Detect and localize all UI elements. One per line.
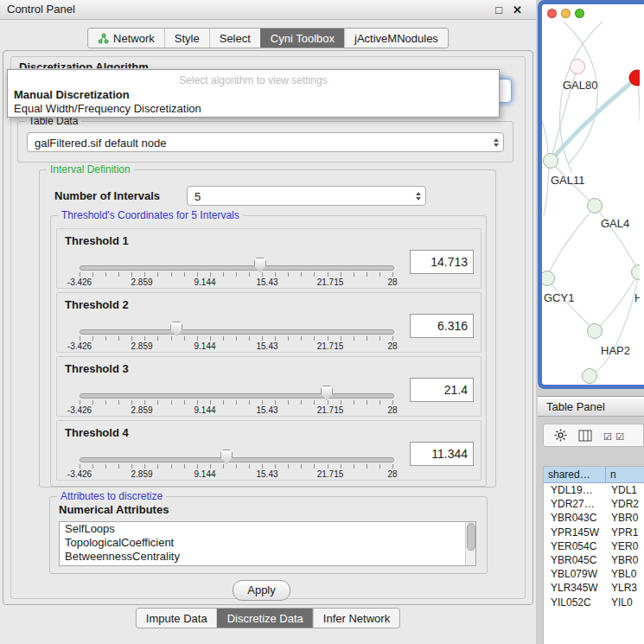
cell-shared-name[interactable]: YDR27… [544,497,606,511]
gear-icon[interactable] [554,429,567,442]
scrollbar-thumb[interactable] [467,523,475,551]
table-row[interactable]: YDL19…YDL1 [544,483,644,497]
bottom-tabstrip: Impute Data Discretize Data Infer Networ… [136,608,400,628]
tick-label: 15.43 [256,277,277,287]
network-canvas[interactable]: GAL80 GAL11 GAL4 GCY1 HAP2 H [542,22,640,385]
table-data-combobox[interactable]: galFiltered.sif default node [27,132,504,152]
list-item-betweennesscentrality[interactable]: BetweennessCentrality [60,550,475,564]
tab-select[interactable]: Select [209,29,260,48]
threshold-1-label: Threshold 1 [65,234,129,247]
tab-impute-data[interactable]: Impute Data [137,609,217,628]
cell-name[interactable]: YDL1 [606,483,644,497]
list-item-topologicalcoefficient[interactable]: TopologicalCoefficient [60,536,475,550]
table-row[interactable]: YER054CYER0 [544,539,644,553]
table-row[interactable]: YBR043CYBR0 [544,511,644,525]
tab-label: Style [175,32,200,45]
cell-name[interactable]: YBR0 [606,553,644,567]
cell-name[interactable]: YER0 [606,539,644,553]
close-icon[interactable]: ✕ [513,3,522,16]
network-node-gal80[interactable] [571,60,585,74]
threshold-1-slider-track[interactable] [80,265,394,271]
attributes-group: Attributes to discretize Numerical Attri… [49,496,488,574]
cell-shared-name[interactable]: YPR145W [544,526,606,539]
tab-discretize-data[interactable]: Discretize Data [217,609,313,628]
threshold-2-label: Threshold 2 [65,298,129,311]
threshold-1-value-field[interactable]: 14.713 [410,250,474,274]
list-scrollbar[interactable] [465,522,475,565]
table-header-row: shared… n [544,467,644,483]
tick-label: 28 [387,341,397,351]
threshold-panel-2: Threshold 2 -3.426 2.859 9.144 15.43 21.… [56,292,481,353]
cell-shared-name[interactable]: YDL19… [544,483,606,497]
table-row[interactable]: YLR345WYLR3 [544,581,644,595]
dropdown-option-equal-width[interactable]: Equal Width/Frequency Discretization [8,102,499,116]
list-item-selfloops[interactable]: SelfLoops [60,522,475,536]
threshold-2-slider-track[interactable] [80,329,394,335]
dropdown-option-manual-discretization[interactable]: Manual Discretization [8,88,499,102]
network-node-partial-bottom[interactable] [583,369,597,384]
tab-label: Select [220,32,251,45]
threshold-3-label: Threshold 3 [65,362,129,375]
table-row[interactable]: YBR045CYBR0 [544,553,644,567]
cell-shared-name[interactable]: YBR045C [544,553,606,567]
cell-shared-name[interactable]: YBR043C [544,511,606,525]
threshold-3-value-field[interactable]: 21.4 [410,378,474,402]
cell-shared-name[interactable]: YIL052C [544,596,606,609]
tab-jactivemnodules[interactable]: jActiveMNodules [344,29,448,48]
close-traffic-light[interactable] [547,9,557,18]
network-node-gcy1[interactable] [542,271,555,286]
table-row[interactable]: YDR27…YDR2 [544,497,644,511]
network-node-gal4[interactable] [588,199,603,214]
tick-label: 2.859 [131,405,152,415]
cell-name[interactable]: YPR1 [606,526,644,539]
threshold-3-slider-track[interactable] [80,393,394,399]
tab-label: Cyni Toolbox [271,32,335,45]
columns-icon[interactable] [578,430,592,442]
minimize-traffic-light[interactable] [561,9,571,18]
tab-style[interactable]: Style [164,29,209,48]
table-row[interactable]: YIL052CYIL0 [544,596,644,609]
tick-label: 28 [387,469,397,479]
threshold-panel-1: Threshold 1 -3.426 2.859 9.144 15.43 21.… [56,228,481,289]
cell-name[interactable]: YDR2 [606,497,644,511]
tab-cyni-toolbox[interactable]: Cyni Toolbox [260,29,344,48]
tab-label: Discretize Data [227,612,303,625]
network-view-window[interactable]: GAL80 GAL11 GAL4 GCY1 HAP2 H [538,0,644,389]
tab-infer-network[interactable]: Infer Network [313,609,399,628]
node-label-hap2: HAP2 [601,344,630,357]
cell-name[interactable]: YIL0 [606,596,644,609]
numerical-attributes-list: SelfLoops TopologicalCoefficient Between… [59,521,476,566]
zoom-traffic-light[interactable] [575,9,584,18]
threshold-4-slider-track[interactable] [80,457,394,462]
threshold-4-value-field[interactable]: 11.344 [410,442,474,466]
cell-shared-name[interactable]: YER054C [544,539,606,553]
tick-label: -3.426 [67,277,92,287]
table-row[interactable]: YPR145WYPR1 [544,526,644,539]
select-functions-checkbox-icon[interactable]: ☑ [615,431,624,442]
number-of-intervals-combobox[interactable]: 5 [187,186,426,206]
cell-name[interactable]: YLR3 [606,581,644,595]
table-data-value: galFiltered.sif default node [35,133,166,153]
table-panel-header: Table Panel [538,396,644,417]
apply-button[interactable]: Apply [233,580,290,601]
network-node-partial-right[interactable] [632,265,641,280]
attributes-group-label: Attributes to discretize [57,490,166,502]
threshold-panel-3: Threshold 3 -3.426 2.859 9.144 15.43 21.… [56,356,481,417]
control-panel-titlebar: Control Panel □ ✕ [0,0,536,20]
tick-label: 9.144 [194,277,215,287]
cell-shared-name[interactable]: YBL079W [544,567,606,581]
network-node-gal11[interactable] [544,154,558,169]
tab-label: Impute Data [146,612,207,625]
threshold-2-value-field[interactable]: 6.316 [410,314,474,338]
tab-network[interactable]: Network [88,29,164,48]
table-row[interactable]: YBL079WYBL0 [544,567,644,581]
slider-ticks [80,272,393,277]
cell-name[interactable]: YBR0 [606,511,644,525]
network-node-hap2[interactable] [588,324,603,339]
cell-name[interactable]: YBL0 [606,567,644,581]
column-header-name[interactable]: n [606,467,644,483]
float-window-icon[interactable]: □ [495,3,502,16]
cell-shared-name[interactable]: YLR345W [544,581,606,595]
select-all-checkbox-icon[interactable]: ☑ [603,431,612,442]
column-header-shared-name[interactable]: shared… [544,467,606,483]
